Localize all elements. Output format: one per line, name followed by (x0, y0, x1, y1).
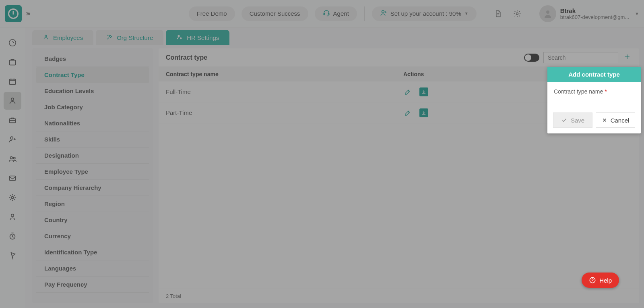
sidebar-item-nationalities[interactable]: Nationalities (36, 115, 149, 131)
app-logo[interactable] (5, 5, 22, 22)
rail-clock[interactable] (4, 227, 21, 245)
svg-rect-6 (10, 60, 16, 65)
rail-mail[interactable] (4, 169, 21, 187)
rail-calendar[interactable] (4, 73, 21, 90)
user-plus-icon (380, 9, 387, 18)
sidebar-item-employee-type[interactable]: Employee Type (36, 164, 149, 180)
svg-point-14 (11, 196, 14, 199)
tab-org-structure[interactable]: Org Structure (96, 30, 163, 45)
svg-point-10 (10, 137, 13, 139)
svg-rect-1 (328, 13, 329, 15)
grid-footer: 2 Total (159, 289, 639, 303)
customer-success-label: Customer Success (250, 10, 300, 17)
svg-point-8 (11, 98, 14, 100)
sidebar-item-job-category[interactable]: Job Category (36, 99, 149, 115)
svg-point-18 (178, 35, 180, 37)
headset-icon (323, 9, 330, 18)
svg-point-2 (382, 10, 384, 13)
account-dropdown-icon[interactable]: ▼ (635, 11, 639, 16)
svg-point-17 (45, 35, 47, 37)
customer-success-button[interactable]: Customer Success (242, 6, 308, 21)
left-nav-rail (0, 27, 25, 308)
contract-type-name-label: Contract type name* (554, 88, 634, 95)
col-header-actions: Actions (403, 71, 484, 77)
rail-profile[interactable] (4, 208, 21, 226)
save-button[interactable]: Save (553, 112, 592, 128)
rail-projects[interactable] (4, 53, 21, 71)
nav-expand-icon[interactable]: ››› (26, 9, 29, 18)
hr-tabs: Employees Org Structure HR Settings (25, 27, 644, 45)
svg-point-11 (10, 157, 13, 159)
sidebar-item-pay-frequency[interactable]: Pay Frequency (36, 277, 149, 293)
archive-button[interactable] (419, 87, 428, 96)
help-label: Help (599, 277, 612, 284)
add-contract-type-button[interactable]: + (622, 53, 632, 62)
svg-rect-0 (324, 13, 324, 15)
tools-icon (106, 34, 113, 42)
sidebar-item-languages[interactable]: Languages (36, 260, 149, 277)
svg-point-5 (9, 40, 16, 46)
user-avatar-icon (539, 5, 556, 22)
sidebar-item-country[interactable]: Country (36, 212, 149, 228)
edit-button[interactable] (403, 87, 412, 96)
archived-toggle[interactable] (524, 54, 539, 62)
free-demo-label: Free Demo (197, 10, 227, 17)
tab-hr-settings[interactable]: HR Settings (166, 30, 229, 45)
chevron-down-icon: ▼ (464, 11, 469, 16)
tab-org-structure-label: Org Structure (117, 34, 153, 41)
rail-dashboard[interactable] (4, 34, 21, 52)
account-menu[interactable]: Btrak btrak607-development@gm... (539, 5, 629, 22)
sidebar-item-education-levels[interactable]: Education Levels (36, 83, 149, 99)
close-icon (602, 117, 607, 123)
svg-rect-13 (10, 176, 16, 181)
tab-employees[interactable]: Employees (32, 30, 93, 45)
svg-point-12 (13, 157, 15, 159)
grid-total-label: 2 Total (166, 293, 181, 299)
col-header-name: Contract type name (166, 71, 403, 77)
setup-account-label: Set up your account : 90% (390, 10, 461, 17)
svg-point-3 (516, 12, 518, 15)
row-name: Full-Time (166, 88, 403, 95)
agent-label: Agent (333, 10, 349, 17)
save-label: Save (571, 117, 584, 124)
tab-employees-label: Employees (53, 34, 83, 41)
agent-button[interactable]: Agent (315, 6, 357, 21)
user-gear-icon (176, 34, 183, 42)
help-icon (589, 277, 596, 284)
top-header: ››› Free Demo Customer Success Agent Set… (0, 0, 644, 27)
free-demo-button[interactable]: Free Demo (189, 6, 235, 21)
contract-type-name-input[interactable] (554, 96, 634, 105)
sidebar-item-identification-type[interactable]: Identification Type (36, 244, 149, 260)
svg-rect-7 (10, 79, 16, 85)
sidebar-item-skills[interactable]: Skills (36, 131, 149, 148)
svg-point-15 (11, 214, 14, 216)
rail-add-user[interactable] (4, 131, 21, 148)
rail-briefcase[interactable] (4, 111, 21, 129)
sidebar-item-contract-type[interactable]: Contract Type (36, 67, 149, 83)
search-input[interactable] (543, 52, 618, 63)
help-button[interactable]: Help (582, 273, 619, 288)
rail-hr[interactable] (4, 92, 21, 110)
sidebar-item-badges[interactable]: Badges (36, 51, 149, 67)
person-icon (43, 34, 49, 42)
svg-point-19 (180, 37, 182, 39)
hr-settings-sidebar: BadgesContract TypeEducation LevelsJob C… (32, 48, 153, 303)
archive-button[interactable] (419, 108, 428, 117)
sidebar-item-currency[interactable]: Currency (36, 228, 149, 244)
cancel-button[interactable]: Cancel (596, 112, 635, 128)
panel-title: Contract type (166, 54, 207, 61)
sidebar-item-company-hierarchy[interactable]: Company Hierarchy (36, 180, 149, 196)
document-icon[interactable] (494, 10, 502, 18)
account-name: Btrak (560, 7, 629, 14)
sidebar-item-designation[interactable]: Designation (36, 148, 149, 164)
rail-location[interactable] (4, 247, 21, 264)
rail-settings[interactable] (4, 189, 21, 206)
rail-people[interactable] (4, 150, 21, 168)
settings-gear-icon[interactable] (513, 10, 521, 18)
edit-button[interactable] (403, 108, 412, 117)
add-contract-type-popover: Add contract type Contract type name* Sa… (547, 67, 641, 133)
row-name: Part-Time (166, 109, 403, 116)
popover-title: Add contract type (547, 67, 641, 82)
sidebar-item-region[interactable]: Region (36, 196, 149, 212)
setup-account-button[interactable]: Set up your account : 90% ▼ (372, 6, 477, 21)
